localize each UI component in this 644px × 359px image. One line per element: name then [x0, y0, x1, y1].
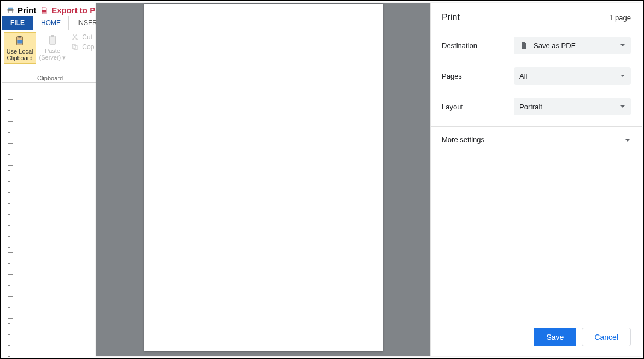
more-settings-label: More settings — [442, 136, 484, 144]
more-settings-toggle[interactable]: More settings — [431, 127, 642, 152]
ribbon-group-clipboard: Use Local Clipboard Paste (Server) ▾ Cut — [2, 30, 98, 82]
printer-icon — [7, 7, 14, 14]
layout-label: Layout — [442, 103, 514, 111]
page-count: 1 page — [609, 14, 631, 22]
print-dialog: Print 1 page Destination Save as PDF Pag… — [96, 3, 642, 356]
svg-rect-8 — [51, 35, 54, 37]
pages-value: All — [519, 72, 527, 80]
file-icon — [519, 41, 528, 50]
chevron-down-icon — [620, 104, 625, 109]
export-pdf-link[interactable]: Export to PD — [51, 5, 101, 15]
pdf-icon — [40, 7, 48, 14]
pages-label: Pages — [442, 72, 514, 80]
cut-copy-col: Cut Cop — [69, 32, 96, 64]
svg-rect-6 — [17, 40, 22, 43]
destination-value: Save as PDF — [534, 42, 576, 50]
copy-label: Cop — [82, 43, 94, 51]
paste-server-label: Paste (Server) ▾ — [39, 48, 66, 61]
pages-row: Pages All — [431, 61, 642, 91]
svg-rect-5 — [18, 36, 21, 38]
chevron-down-icon — [624, 137, 631, 143]
svg-rect-7 — [49, 36, 55, 45]
pages-dropdown[interactable]: All — [514, 67, 631, 85]
destination-dropdown[interactable]: Save as PDF — [514, 37, 631, 54]
save-button[interactable]: Save — [534, 328, 576, 346]
svg-rect-2 — [9, 10, 13, 13]
destination-row: Destination Save as PDF — [431, 30, 642, 61]
tab-home[interactable]: HOME — [33, 16, 69, 30]
svg-rect-3 — [42, 10, 46, 12]
svg-rect-0 — [8, 7, 13, 9]
use-local-clipboard-button[interactable]: Use Local Clipboard — [4, 32, 36, 64]
chevron-down-icon — [620, 43, 625, 48]
ribbon-group-label: Clipboard — [2, 75, 98, 81]
cancel-button[interactable]: Cancel — [582, 328, 631, 346]
print-settings-pane: Print 1 page Destination Save as PDF Pag… — [431, 3, 642, 356]
paste-server-button[interactable]: Paste (Server) ▾ — [37, 32, 68, 64]
cut-label: Cut — [82, 33, 92, 41]
print-link[interactable]: Print — [17, 5, 36, 15]
paste-icon — [46, 34, 59, 46]
dialog-footer: Save Cancel — [431, 320, 642, 356]
chevron-down-icon — [620, 73, 625, 79]
layout-row: Layout Portrait — [431, 91, 642, 122]
print-title: Print — [442, 13, 460, 22]
print-header: Print 1 page — [431, 3, 642, 30]
destination-label: Destination — [442, 42, 514, 50]
svg-point-9 — [73, 39, 74, 40]
preview-page — [144, 4, 383, 351]
cut-button[interactable]: Cut — [71, 33, 94, 41]
print-preview-pane[interactable] — [96, 3, 431, 356]
layout-dropdown[interactable]: Portrait — [514, 98, 631, 115]
use-local-clipboard-label: Use Local Clipboard — [7, 48, 33, 61]
copy-button[interactable]: Cop — [71, 43, 94, 51]
svg-point-10 — [77, 39, 78, 40]
clipboard-icon — [13, 35, 26, 47]
tab-file[interactable]: FILE — [2, 16, 33, 30]
vertical-ruler — [8, 99, 15, 356]
layout-value: Portrait — [519, 103, 542, 111]
